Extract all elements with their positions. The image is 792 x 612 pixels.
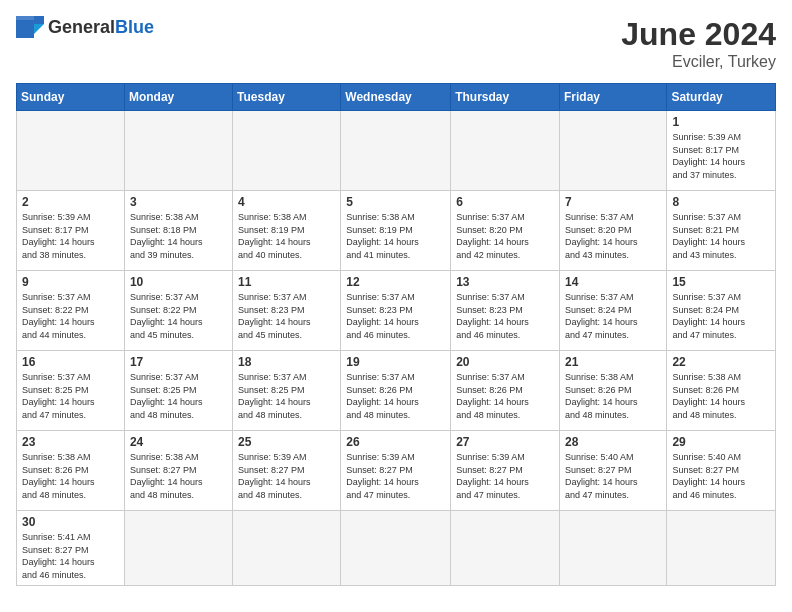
day-cell: 10Sunrise: 5:37 AMSunset: 8:22 PMDayligh… xyxy=(124,271,232,351)
day-cell xyxy=(559,511,666,586)
day-number: 13 xyxy=(456,275,554,289)
col-header-sunday: Sunday xyxy=(17,84,125,111)
day-info: Sunrise: 5:39 AMSunset: 8:27 PMDaylight:… xyxy=(456,451,554,501)
day-info: Sunrise: 5:41 AMSunset: 8:27 PMDaylight:… xyxy=(22,531,119,581)
day-info: Sunrise: 5:37 AMSunset: 8:20 PMDaylight:… xyxy=(456,211,554,261)
day-info: Sunrise: 5:37 AMSunset: 8:22 PMDaylight:… xyxy=(130,291,227,341)
day-info: Sunrise: 5:38 AMSunset: 8:26 PMDaylight:… xyxy=(672,371,770,421)
day-number: 27 xyxy=(456,435,554,449)
logo-blue: Blue xyxy=(115,17,154,37)
day-info: Sunrise: 5:39 AMSunset: 8:17 PMDaylight:… xyxy=(672,131,770,181)
day-cell: 6Sunrise: 5:37 AMSunset: 8:20 PMDaylight… xyxy=(451,191,560,271)
day-cell: 13Sunrise: 5:37 AMSunset: 8:23 PMDayligh… xyxy=(451,271,560,351)
day-number: 25 xyxy=(238,435,335,449)
day-number: 22 xyxy=(672,355,770,369)
day-number: 24 xyxy=(130,435,227,449)
day-number: 20 xyxy=(456,355,554,369)
day-cell xyxy=(451,511,560,586)
day-info: Sunrise: 5:37 AMSunset: 8:26 PMDaylight:… xyxy=(456,371,554,421)
day-info: Sunrise: 5:38 AMSunset: 8:19 PMDaylight:… xyxy=(238,211,335,261)
week-row-2: 2Sunrise: 5:39 AMSunset: 8:17 PMDaylight… xyxy=(17,191,776,271)
day-cell: 1Sunrise: 5:39 AMSunset: 8:17 PMDaylight… xyxy=(667,111,776,191)
day-cell: 11Sunrise: 5:37 AMSunset: 8:23 PMDayligh… xyxy=(233,271,341,351)
day-info: Sunrise: 5:38 AMSunset: 8:19 PMDaylight:… xyxy=(346,211,445,261)
day-info: Sunrise: 5:40 AMSunset: 8:27 PMDaylight:… xyxy=(565,451,661,501)
logo-general: General xyxy=(48,17,115,37)
day-number: 28 xyxy=(565,435,661,449)
day-number: 11 xyxy=(238,275,335,289)
day-number: 8 xyxy=(672,195,770,209)
day-number: 9 xyxy=(22,275,119,289)
calendar-table: SundayMondayTuesdayWednesdayThursdayFrid… xyxy=(16,83,776,586)
day-cell: 23Sunrise: 5:38 AMSunset: 8:26 PMDayligh… xyxy=(17,431,125,511)
day-info: Sunrise: 5:37 AMSunset: 8:25 PMDaylight:… xyxy=(130,371,227,421)
col-header-thursday: Thursday xyxy=(451,84,560,111)
day-cell: 3Sunrise: 5:38 AMSunset: 8:18 PMDaylight… xyxy=(124,191,232,271)
logo-text: GeneralBlue xyxy=(48,17,154,38)
day-number: 5 xyxy=(346,195,445,209)
svg-marker-2 xyxy=(34,24,44,34)
day-cell: 16Sunrise: 5:37 AMSunset: 8:25 PMDayligh… xyxy=(17,351,125,431)
day-cell xyxy=(124,111,232,191)
day-cell: 21Sunrise: 5:38 AMSunset: 8:26 PMDayligh… xyxy=(559,351,666,431)
day-cell: 8Sunrise: 5:37 AMSunset: 8:21 PMDaylight… xyxy=(667,191,776,271)
day-number: 16 xyxy=(22,355,119,369)
day-cell: 22Sunrise: 5:38 AMSunset: 8:26 PMDayligh… xyxy=(667,351,776,431)
day-info: Sunrise: 5:39 AMSunset: 8:27 PMDaylight:… xyxy=(238,451,335,501)
day-number: 1 xyxy=(672,115,770,129)
day-cell xyxy=(124,511,232,586)
col-header-monday: Monday xyxy=(124,84,232,111)
day-cell: 2Sunrise: 5:39 AMSunset: 8:17 PMDaylight… xyxy=(17,191,125,271)
week-row-6: 30Sunrise: 5:41 AMSunset: 8:27 PMDayligh… xyxy=(17,511,776,586)
day-number: 26 xyxy=(346,435,445,449)
month-year-title: June 2024 xyxy=(621,16,776,53)
day-info: Sunrise: 5:37 AMSunset: 8:24 PMDaylight:… xyxy=(565,291,661,341)
day-cell: 26Sunrise: 5:39 AMSunset: 8:27 PMDayligh… xyxy=(341,431,451,511)
day-number: 19 xyxy=(346,355,445,369)
day-cell: 12Sunrise: 5:37 AMSunset: 8:23 PMDayligh… xyxy=(341,271,451,351)
day-info: Sunrise: 5:37 AMSunset: 8:23 PMDaylight:… xyxy=(238,291,335,341)
day-number: 18 xyxy=(238,355,335,369)
day-cell xyxy=(233,111,341,191)
day-cell: 17Sunrise: 5:37 AMSunset: 8:25 PMDayligh… xyxy=(124,351,232,431)
day-info: Sunrise: 5:37 AMSunset: 8:23 PMDaylight:… xyxy=(456,291,554,341)
title-area: June 2024 Evciler, Turkey xyxy=(621,16,776,71)
day-cell: 7Sunrise: 5:37 AMSunset: 8:20 PMDaylight… xyxy=(559,191,666,271)
day-cell: 19Sunrise: 5:37 AMSunset: 8:26 PMDayligh… xyxy=(341,351,451,431)
day-number: 30 xyxy=(22,515,119,529)
day-cell: 28Sunrise: 5:40 AMSunset: 8:27 PMDayligh… xyxy=(559,431,666,511)
day-number: 2 xyxy=(22,195,119,209)
day-cell xyxy=(341,111,451,191)
week-row-4: 16Sunrise: 5:37 AMSunset: 8:25 PMDayligh… xyxy=(17,351,776,431)
logo-icon xyxy=(16,16,44,38)
week-row-3: 9Sunrise: 5:37 AMSunset: 8:22 PMDaylight… xyxy=(17,271,776,351)
col-header-tuesday: Tuesday xyxy=(233,84,341,111)
day-number: 10 xyxy=(130,275,227,289)
day-number: 29 xyxy=(672,435,770,449)
day-number: 14 xyxy=(565,275,661,289)
day-info: Sunrise: 5:37 AMSunset: 8:22 PMDaylight:… xyxy=(22,291,119,341)
day-number: 3 xyxy=(130,195,227,209)
day-cell: 24Sunrise: 5:38 AMSunset: 8:27 PMDayligh… xyxy=(124,431,232,511)
day-cell: 20Sunrise: 5:37 AMSunset: 8:26 PMDayligh… xyxy=(451,351,560,431)
day-info: Sunrise: 5:37 AMSunset: 8:24 PMDaylight:… xyxy=(672,291,770,341)
day-cell: 30Sunrise: 5:41 AMSunset: 8:27 PMDayligh… xyxy=(17,511,125,586)
calendar-header-row: SundayMondayTuesdayWednesdayThursdayFrid… xyxy=(17,84,776,111)
day-cell: 15Sunrise: 5:37 AMSunset: 8:24 PMDayligh… xyxy=(667,271,776,351)
day-cell: 27Sunrise: 5:39 AMSunset: 8:27 PMDayligh… xyxy=(451,431,560,511)
logo: GeneralBlue xyxy=(16,16,154,38)
day-cell: 14Sunrise: 5:37 AMSunset: 8:24 PMDayligh… xyxy=(559,271,666,351)
day-number: 21 xyxy=(565,355,661,369)
day-info: Sunrise: 5:38 AMSunset: 8:26 PMDaylight:… xyxy=(565,371,661,421)
day-cell: 25Sunrise: 5:39 AMSunset: 8:27 PMDayligh… xyxy=(233,431,341,511)
day-number: 23 xyxy=(22,435,119,449)
day-number: 6 xyxy=(456,195,554,209)
col-header-wednesday: Wednesday xyxy=(341,84,451,111)
day-info: Sunrise: 5:37 AMSunset: 8:26 PMDaylight:… xyxy=(346,371,445,421)
day-cell xyxy=(341,511,451,586)
day-cell: 18Sunrise: 5:37 AMSunset: 8:25 PMDayligh… xyxy=(233,351,341,431)
day-cell: 29Sunrise: 5:40 AMSunset: 8:27 PMDayligh… xyxy=(667,431,776,511)
week-row-1: 1Sunrise: 5:39 AMSunset: 8:17 PMDaylight… xyxy=(17,111,776,191)
day-cell xyxy=(667,511,776,586)
day-info: Sunrise: 5:37 AMSunset: 8:23 PMDaylight:… xyxy=(346,291,445,341)
